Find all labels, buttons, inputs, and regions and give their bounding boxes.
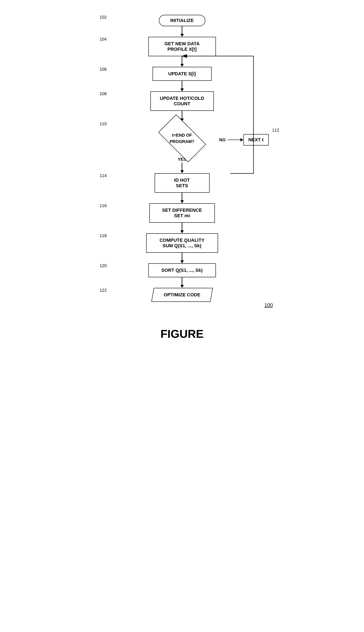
node-id-hot-sets: ID HOTSETS [155,173,210,193]
diamond-wrapper: t=END OFPROGRAM? [155,121,210,155]
step-get-new-data: 104 GET NEW DATAPROFILE X[t] [87,37,277,56]
step-sort-q: 120 SORT Q(S1, ..., Sk) [87,263,277,277]
arrow-head-2 [180,64,184,67]
arrow-line-9 [182,277,182,285]
diamond-section: 110 t=END OFPROGRAM? NO NEXT t 112 YES [87,121,277,163]
ref-122: 122 [100,288,107,293]
step-id-hot-sets: 114 ID HOTSETS [87,173,277,193]
arrow-head-6 [180,200,184,203]
step-optimize-code: 122 OPTIMIZE CODE [87,288,277,302]
flowchart-diagram: 102 INITIALIZE 104 GET NEW DATAPROFILE X… [87,9,277,340]
diamond-text: t=END OFPROGRAM? [170,132,194,145]
no-arrow-head [240,138,243,141]
arrow-line-1 [182,26,182,34]
node-compute-quality-text: COMPUTE QUALITYSUM Q(S1, ..., Sk) [160,238,204,249]
figure-label: FIGURE [160,327,204,340]
node-set-difference-text: SET DIFFERENCESET mi [162,207,202,219]
node-next-t: NEXT t [243,134,269,145]
ref-114: 114 [100,173,107,178]
arrow-1 [180,26,184,37]
node-update-si-text: UPDATE S[i] [168,71,196,77]
arrow-head-7 [180,230,184,233]
node-id-hot-sets-text: ID HOTSETS [174,177,190,188]
node-update-si: UPDATE S[i] [152,67,212,81]
node-initialize-text: INITIALIZE [170,18,194,23]
ref-112: 112 [272,128,279,133]
node-optimize-code: OPTIMIZE CODE [151,288,213,302]
step-set-difference: 116 SET DIFFERENCESET mi [87,203,277,223]
arrow-head-9 [180,285,184,288]
ref-110: 110 [100,121,107,126]
arrow-head-3 [180,88,184,91]
arrow-9 [180,277,184,288]
node-update-hotcold-text: UPDATE HOT/COLDCOUNT [160,96,204,107]
arrow-line-8 [182,253,182,260]
step-compute-quality: 118 COMPUTE QUALITYSUM Q(S1, ..., Sk) [87,233,277,253]
no-arrow-horiz [228,140,240,140]
node-next-t-text: NEXT t [248,137,264,143]
arrow-5 [180,163,184,173]
arrow-line-7 [182,223,182,230]
ref-106: 106 [100,67,107,72]
no-label: NO [219,137,226,142]
node-sort-q-text: SORT Q(S1, ..., Sk) [162,268,203,273]
arrow-line-2 [182,56,182,64]
arrow-6 [180,193,184,203]
step-update-si: 106 UPDATE S[i] [87,67,277,81]
arrow-line-3 [182,81,182,88]
arrow-7 [180,223,184,233]
arrow-line-5 [182,163,182,170]
step-initialize: 102 INITIALIZE [87,15,277,26]
arrow-head-8 [180,260,184,263]
node-get-new-data: GET NEW DATAPROFILE X[t] [148,37,216,56]
arrow-head-1 [180,34,184,37]
node-get-new-data-text: GET NEW DATAPROFILE X[t] [164,41,200,52]
arrow-3 [180,81,184,91]
arrow-line-6 [182,193,182,200]
arrow-line-4 [182,111,182,118]
ref-118: 118 [100,233,107,238]
node-optimize-code-text: OPTIMIZE CODE [164,292,200,298]
ref-120: 120 [100,263,107,268]
figure-label-wrapper: FIGURE [160,327,204,340]
node-compute-quality: COMPUTE QUALITYSUM Q(S1, ..., Sk) [146,233,218,253]
ref-116: 116 [100,203,107,208]
node-initialize: INITIALIZE [159,15,205,26]
node-set-difference: SET DIFFERENCESET mi [149,203,215,223]
arrow-8 [180,253,184,263]
node-sort-q: SORT Q(S1, ..., Sk) [148,263,216,277]
ref-102: 102 [100,15,107,20]
arrow-2 [180,56,184,67]
ref-100: 100 [264,302,273,308]
no-branch: NO NEXT t 112 [219,134,269,145]
ref-108: 108 [100,91,107,96]
node-update-hotcold: UPDATE HOT/COLDCOUNT [150,91,214,111]
ref-104: 104 [100,37,107,42]
arrow-head-5 [180,170,184,173]
step-update-hotcold: 108 UPDATE HOT/COLDCOUNT [87,91,277,111]
